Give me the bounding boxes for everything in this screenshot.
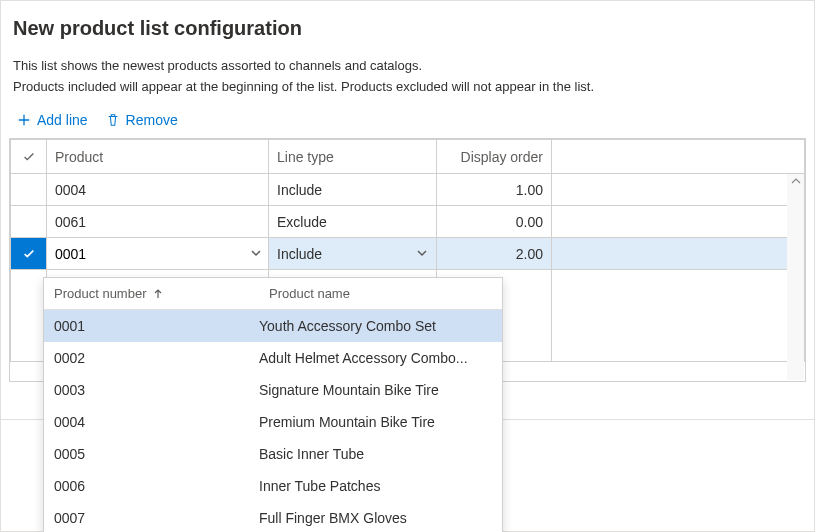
product-cell[interactable]: 0061	[47, 206, 269, 238]
chevron-down-icon[interactable]	[416, 246, 428, 262]
lookup-row[interactable]: 0006Inner Tube Patches	[44, 470, 502, 502]
spacer-cell	[552, 174, 805, 206]
lookup-header: Product number Product name	[44, 278, 502, 310]
display-order-cell[interactable]: 2.00	[437, 238, 552, 270]
lookup-header-number-label: Product number	[54, 286, 147, 301]
add-line-label: Add line	[37, 112, 88, 128]
row-select-cell[interactable]	[11, 238, 47, 270]
lookup-row[interactable]: 0007Full Finger BMX Gloves	[44, 502, 502, 532]
description-line-2: Products included will appear at the beg…	[9, 79, 806, 94]
checkmark-icon	[22, 247, 36, 261]
lookup-product-number: 0002	[44, 350, 259, 366]
lookup-product-number: 0003	[44, 382, 259, 398]
lookup-product-number: 0004	[44, 414, 259, 430]
display-order-cell[interactable]: 0.00	[437, 206, 552, 238]
lookup-row[interactable]: 0001Youth Accessory Combo Set	[44, 310, 502, 342]
table-row[interactable]: Include2.00	[11, 238, 805, 270]
chevron-down-icon[interactable]	[250, 246, 262, 262]
product-input[interactable]	[47, 239, 268, 269]
plus-icon	[17, 113, 31, 127]
page-title: New product list configuration	[9, 17, 806, 40]
column-header-order[interactable]: Display order	[437, 140, 552, 174]
description-line-1: This list shows the newest products asso…	[9, 58, 806, 73]
config-panel: New product list configuration This list…	[0, 0, 815, 532]
lookup-row[interactable]: 0005Basic Inner Tube	[44, 438, 502, 470]
trash-icon	[106, 113, 120, 127]
row-select-cell[interactable]	[11, 206, 47, 238]
column-header-linetype[interactable]: Line type	[269, 140, 437, 174]
lookup-product-name: Basic Inner Tube	[259, 446, 502, 462]
toolbar: Add line Remove	[9, 112, 806, 128]
table-row[interactable]: 0004Include1.00	[11, 174, 805, 206]
lookup-row[interactable]: 0003Signature Mountain Bike Tire	[44, 374, 502, 406]
grid-header-row: Product Line type Display order	[11, 140, 805, 174]
lookup-row[interactable]: 0004Premium Mountain Bike Tire	[44, 406, 502, 438]
remove-label: Remove	[126, 112, 178, 128]
product-cell[interactable]: 0004	[47, 174, 269, 206]
scroll-up-icon	[791, 176, 801, 188]
lookup-product-name: Full Finger BMX Gloves	[259, 510, 502, 526]
lookup-header-name[interactable]: Product name	[259, 278, 502, 309]
column-spacer	[552, 140, 805, 174]
lookup-header-number[interactable]: Product number	[44, 278, 259, 309]
column-header-product[interactable]: Product	[47, 140, 269, 174]
lookup-product-name: Adult Helmet Accessory Combo...	[259, 350, 502, 366]
table-row[interactable]: 0061Exclude0.00	[11, 206, 805, 238]
product-cell[interactable]	[47, 238, 269, 270]
sort-asc-icon	[153, 289, 163, 299]
lookup-body[interactable]: 0001Youth Accessory Combo Set0002Adult H…	[44, 310, 502, 532]
linetype-cell[interactable]: Exclude	[269, 206, 437, 238]
lookup-product-name: Signature Mountain Bike Tire	[259, 382, 502, 398]
linetype-cell[interactable]: Include	[269, 174, 437, 206]
grid-scrollbar[interactable]	[787, 174, 804, 380]
lookup-product-name: Inner Tube Patches	[259, 478, 502, 494]
spacer-cell	[552, 206, 805, 238]
lookup-product-name: Premium Mountain Bike Tire	[259, 414, 502, 430]
lookup-product-number: 0001	[44, 318, 259, 334]
add-line-button[interactable]: Add line	[17, 112, 88, 128]
product-lookup-dropdown[interactable]: Product number Product name 0001Youth Ac…	[43, 277, 503, 532]
lookup-row[interactable]: 0002Adult Helmet Accessory Combo...	[44, 342, 502, 374]
row-select-cell[interactable]	[11, 174, 47, 206]
linetype-cell[interactable]: Include	[269, 238, 437, 270]
lookup-product-number: 0005	[44, 446, 259, 462]
linetype-value: Include	[277, 246, 322, 262]
checkmark-icon	[22, 150, 36, 164]
lookup-product-number: 0006	[44, 478, 259, 494]
display-order-cell[interactable]: 1.00	[437, 174, 552, 206]
spacer-cell	[552, 238, 805, 270]
remove-button[interactable]: Remove	[106, 112, 178, 128]
lookup-product-number: 0007	[44, 510, 259, 526]
lookup-product-name: Youth Accessory Combo Set	[259, 318, 502, 334]
select-all-header[interactable]	[11, 140, 47, 174]
